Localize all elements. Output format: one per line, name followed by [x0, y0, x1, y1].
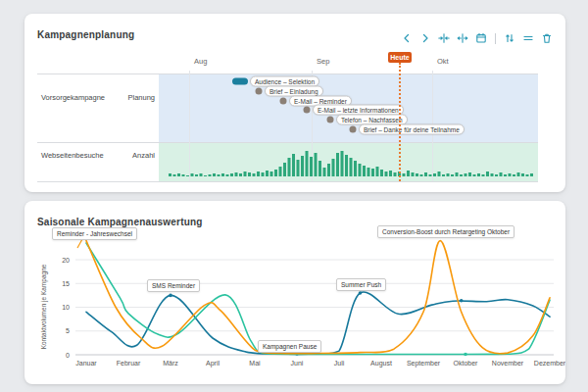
milestone-bar[interactable] — [232, 78, 248, 85]
visit-bar — [456, 172, 459, 176]
prev-period-button[interactable] — [400, 31, 414, 45]
visit-bar — [169, 173, 172, 176]
rows-button[interactable] — [521, 31, 535, 45]
visit-bar — [359, 164, 362, 176]
milestone-dot[interactable] — [350, 126, 357, 133]
visit-bar — [477, 173, 480, 176]
y-tick-label: 15 — [62, 280, 70, 287]
next-period-button[interactable] — [418, 31, 432, 45]
calendar-button[interactable] — [474, 31, 488, 45]
x-axis-label: Mai — [249, 360, 261, 367]
visit-bar — [403, 173, 406, 176]
row-meta-label: Anzahl — [41, 151, 155, 160]
visit-bar — [424, 172, 427, 176]
visit-bar — [173, 174, 176, 176]
visit-bar — [385, 172, 388, 176]
row-meta-label: Planung — [41, 93, 155, 102]
milestone-label[interactable]: Brief – Danke für deine Teilnahme — [359, 124, 465, 135]
y-tick-label: 0 — [66, 352, 70, 359]
series-marker — [460, 299, 464, 303]
visit-bar — [213, 173, 216, 176]
visit-bar — [226, 174, 229, 176]
visit-bar — [332, 159, 335, 176]
visit-bar — [468, 172, 471, 176]
chevron-right-icon — [419, 32, 431, 44]
toolbar-divider — [495, 33, 496, 44]
y-tick-label: 5 — [66, 327, 70, 334]
x-axis-label: Januar — [75, 360, 97, 367]
visit-bar — [447, 173, 450, 176]
chart-annotation: Reminder - Jahreswechsel — [52, 227, 137, 240]
milestone-dot[interactable] — [256, 88, 263, 95]
visit-bar — [292, 154, 295, 176]
calendar-icon — [475, 32, 487, 44]
visit-bar — [350, 158, 353, 176]
visit-bar — [230, 173, 233, 176]
visit-bar — [504, 174, 507, 176]
visit-bar — [429, 174, 432, 176]
collapse-horizontal-button[interactable] — [437, 31, 451, 45]
visit-bar — [521, 173, 524, 176]
swap-vertical-button[interactable] — [503, 31, 516, 45]
visit-bar — [315, 153, 318, 176]
x-axis-label: November — [492, 360, 524, 367]
x-axis-label: Februar — [117, 360, 141, 367]
visit-bar — [288, 158, 291, 176]
visit-bar — [262, 172, 265, 176]
x-axis-label: Dezember — [534, 360, 565, 367]
visit-bar — [327, 164, 330, 176]
visit-bar — [442, 174, 445, 176]
today-line — [399, 63, 401, 181]
delete-button[interactable] — [540, 31, 554, 45]
visit-bar — [389, 171, 392, 176]
visit-bar — [394, 172, 397, 176]
visit-bar — [526, 174, 529, 176]
milestone-dot[interactable] — [280, 98, 287, 105]
visit-bar — [253, 173, 256, 176]
milestone-dot[interactable] — [327, 117, 334, 123]
visit-bar — [301, 156, 304, 176]
visit-bar — [380, 170, 383, 176]
milestone-dot[interactable] — [304, 107, 311, 114]
row-separator — [37, 181, 538, 182]
visit-bar — [363, 166, 366, 176]
gantt-toolbar — [400, 30, 554, 46]
visit-bar — [274, 170, 277, 176]
trash-icon — [541, 32, 553, 44]
visit-bar — [500, 172, 503, 176]
visit-bar — [420, 174, 423, 176]
series-line-orange — [86, 241, 550, 354]
visit-bar — [530, 173, 533, 176]
x-axis-label: Oktober — [454, 360, 479, 367]
series-marker — [464, 353, 467, 357]
visit-bar — [416, 173, 418, 176]
visit-bar — [244, 172, 247, 176]
visit-bar — [266, 171, 269, 176]
visit-bar — [336, 153, 339, 176]
visit-bar — [438, 172, 441, 176]
visit-bar — [204, 175, 207, 176]
chevron-left-icon — [401, 32, 413, 44]
x-axis-label: Juni — [291, 360, 304, 367]
visit-bar — [433, 173, 436, 176]
today-badge: Heute — [388, 52, 412, 63]
series-marker — [169, 294, 172, 298]
visit-bar — [495, 174, 498, 176]
visits-bar-chart — [159, 143, 538, 181]
collapse-horizontal-icon — [438, 32, 450, 44]
swap-vertical-icon — [504, 32, 515, 44]
visit-bar — [412, 172, 415, 176]
visit-bar — [513, 174, 515, 176]
visit-bar — [473, 174, 476, 176]
visit-bar — [297, 160, 300, 176]
chart-annotation: Conversion-Boost durch Retargeting Oktob… — [377, 225, 514, 238]
chart-annotation: Summer Push — [336, 278, 386, 291]
visit-bar — [270, 172, 273, 176]
x-axis-label: September — [407, 360, 441, 368]
series-marker — [359, 291, 363, 295]
visit-bar — [341, 151, 344, 176]
visit-bar — [491, 173, 494, 176]
visit-bar — [345, 155, 348, 176]
expand-horizontal-button[interactable] — [456, 31, 469, 45]
visit-bar — [218, 174, 220, 176]
